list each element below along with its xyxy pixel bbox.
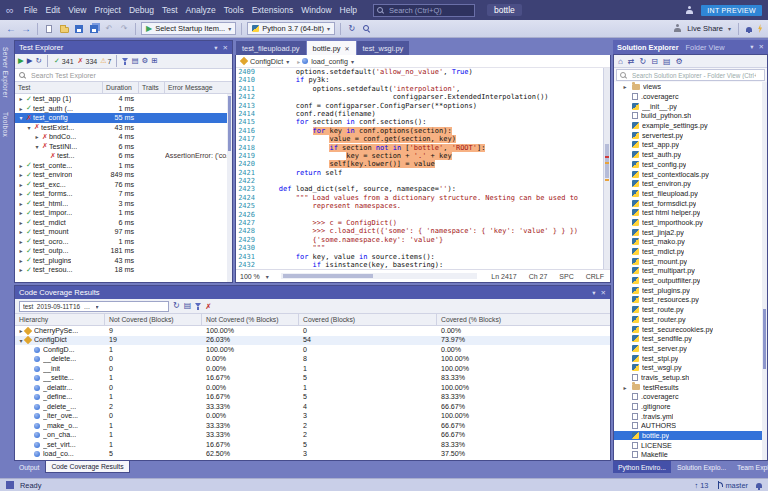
chevron-down-icon[interactable]: ▾ [728,25,731,32]
push-commits-button[interactable]: ↑13 [694,481,708,490]
solution-item[interactable]: test_securecookies.py [614,324,767,334]
solution-item[interactable]: test_app.py [614,140,767,150]
home-icon[interactable]: ⌂ [618,57,623,66]
expander-icon[interactable]: ▸ [621,83,629,90]
test-row[interactable]: ▸✓test_app (1)4 ms [15,94,232,104]
coverage-row[interactable]: _make_o...133.33%266.67% [15,421,610,431]
coverage-row[interactable]: _on_cha...133.33%266.67% [15,431,610,441]
solution-item[interactable]: LICENSE [614,440,767,450]
tab-solution-explorer[interactable]: Solution Explorer [617,43,679,52]
test-row[interactable]: ▸✓test_plugins43 ms [15,256,232,266]
solution-item[interactable]: test_importhook.py [614,218,767,228]
column-header[interactable]: Not Covered (% Blocks) [202,314,299,325]
test-row[interactable]: ▸✓test_mount97 ms [15,227,232,237]
expander-icon[interactable]: ▸ [17,247,25,254]
preview-badge[interactable]: INT PREVIEW [701,5,762,16]
run-all-tests-icon[interactable]: ▶ [18,57,24,65]
expander-icon[interactable]: ▸ [17,181,25,188]
solution-item[interactable]: test_environ.py [614,179,767,189]
test-explorer-scrollbar[interactable] [227,94,232,282]
run-test-icon[interactable]: ▶ [27,57,33,65]
solution-item[interactable]: test_stpl.py [614,353,767,363]
menu-test[interactable]: Test [158,4,182,16]
repeat-run-icon[interactable]: ↻ [36,57,42,65]
properties-icon[interactable]: ⚙ [676,57,683,66]
menu-window[interactable]: Window [297,4,335,16]
zoom-select[interactable]: 100 % [240,273,260,280]
expander-icon[interactable]: ▸ [17,219,25,226]
test-row[interactable]: ▾✗TestINI...6 ms [15,142,232,152]
passed-count[interactable]: ✓341 [53,57,74,65]
expander-icon[interactable]: ▸ [33,133,41,140]
switch-views-icon[interactable]: ⇄ [628,57,635,66]
feedback-icon[interactable] [757,24,763,33]
live-share-label[interactable]: Live Share [687,24,723,33]
coverage-row[interactable]: ▾ConfigDict1926.03%5473.97% [15,336,610,346]
menu-analyze[interactable]: Analyze [182,4,220,16]
solution-item[interactable]: servertest.py [614,130,767,140]
expander-icon[interactable]: ▸ [17,209,25,216]
menu-debug[interactable]: Debug [125,4,158,16]
solution-search-input[interactable] [630,71,758,80]
panel-tab-team-explorer[interactable]: Team Explorer [732,461,768,473]
solution-item[interactable]: travis_setup.sh [614,373,767,383]
test-row[interactable]: ▸✓test_html...3 ms [15,199,232,209]
column-header[interactable]: Duration [103,82,139,93]
test-row[interactable]: ✗test...6 msAssertionError: ('co... [15,151,232,161]
new-file-icon[interactable] [43,22,55,36]
solution-item[interactable]: test_wsgi.py [614,363,767,373]
menu-project[interactable]: Project [90,4,124,16]
navigate-forward-icon[interactable]: → [20,22,32,36]
solution-item[interactable]: .coveragerc [614,92,767,102]
settings-gear-icon[interactable]: ⚙ [142,57,149,65]
solution-item[interactable]: test_auth.py [614,150,767,160]
menu-view[interactable]: View [64,4,90,16]
show-all-files-icon[interactable]: ▤ [663,57,671,66]
panel-tab-solution-explo-[interactable]: Solution Explo... [672,461,731,473]
solution-item[interactable]: .coveragerc [614,392,767,402]
collapse-all-icon[interactable]: ⊟ [651,57,658,66]
git-branch-button[interactable]: master [716,481,748,490]
solution-item[interactable]: test_fileupload.py [614,189,767,199]
expander-icon[interactable]: ▸ [17,190,25,197]
refresh-icon[interactable]: ↻ [640,57,647,66]
expander-icon[interactable]: ▸ [17,266,25,273]
solution-item[interactable]: test_mdict.py [614,247,767,257]
coverage-row[interactable]: _delattr...00.00%1100.00% [15,383,610,393]
editor-tab-test_wsgi.py[interactable]: test_wsgi.py [357,41,410,55]
coverage-row[interactable]: __init00.00%1100.00% [15,364,610,374]
editor-tab-bottle.py[interactable]: bottle.py✕ [307,41,356,55]
search-input[interactable] [387,5,467,16]
notifications-icon[interactable] [756,483,762,488]
solution-item[interactable]: test_sendfile.py [614,334,767,344]
navigate-back-icon[interactable]: ← [5,22,17,36]
notifications-icon[interactable] [746,27,752,32]
test-row[interactable]: ▸✓test_conte...1 ms [15,161,232,171]
coverage-row[interactable]: __delete...00.00%8100.00% [15,355,610,365]
test-row[interactable]: ▸✓test_environ849 ms [15,170,232,180]
close-icon[interactable]: ✕ [344,45,349,52]
coverage-row[interactable]: ▸CherryPySe...9100.00%00.00% [15,326,610,336]
solution-item[interactable]: test_server.py [614,344,767,354]
close-icon[interactable]: ✕ [223,44,228,52]
column-header[interactable]: Test [15,82,103,93]
solution-item[interactable]: ▸views [614,82,767,92]
expander-icon[interactable]: ▸ [621,384,629,391]
menu-edit[interactable]: Edit [42,4,65,16]
solution-item[interactable]: test_mount.py [614,256,767,266]
coverage-row[interactable]: load_dict19.09%1090.91% [15,459,610,460]
filter-icon[interactable] [195,303,201,307]
menu-help[interactable]: Help [336,4,361,16]
warning-count[interactable]: ⚠7 [100,57,111,65]
menu-tools[interactable]: Tools [220,4,248,16]
save-all-icon[interactable] [88,22,100,36]
expander-icon[interactable]: ▾ [33,143,41,150]
coverage-row[interactable]: _delete_...233.33%466.67% [15,402,610,412]
coverage-row[interactable]: _define...116.67%583.33% [15,393,610,403]
test-row[interactable]: ▸✓test_exc...76 ms [15,180,232,190]
solution-item[interactable]: test_route.py [614,305,767,315]
expander-icon[interactable]: ▾ [25,124,33,131]
solution-item[interactable]: bottle.py [614,431,767,441]
column-header[interactable]: Hierarchy [15,314,105,325]
solution-item[interactable]: build_python.sh [614,111,767,121]
